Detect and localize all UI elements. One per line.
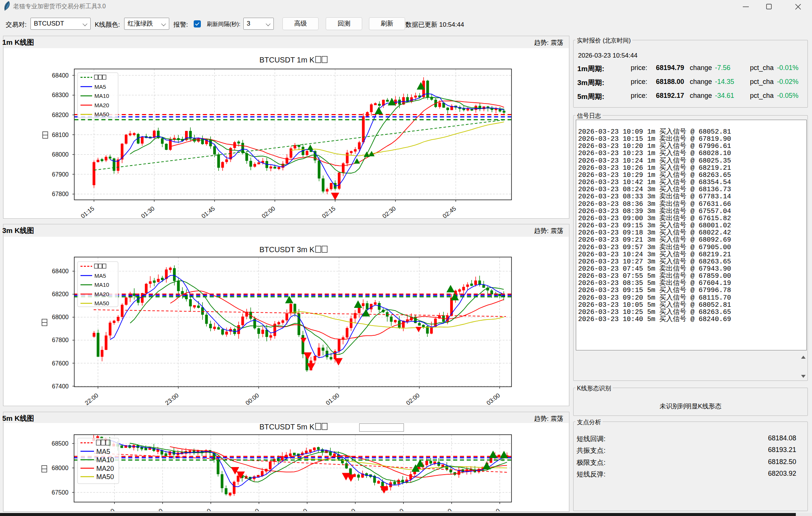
- svg-text:00:00: 00:00: [244, 392, 260, 406]
- svg-text:MA50: MA50: [96, 473, 114, 481]
- svg-text:02:45: 02:45: [442, 205, 457, 218]
- svg-text:BTCUSDT 1m K: BTCUSDT 1m K: [260, 56, 315, 64]
- svg-text:68200: 68200: [52, 112, 69, 118]
- svg-text:68400: 68400: [52, 72, 69, 79]
- svg-text:02:00: 02:00: [261, 205, 276, 218]
- svg-text:MA20: MA20: [96, 465, 114, 472]
- svg-text:MA10: MA10: [96, 456, 114, 464]
- svg-text:67800: 67800: [52, 191, 69, 197]
- svg-text:67600: 67600: [52, 360, 69, 367]
- svg-text:06:00: 06:00: [486, 507, 501, 511]
- svg-text:03:00: 03:00: [485, 392, 501, 406]
- svg-text:MA10: MA10: [94, 282, 109, 288]
- svg-text:68000: 68000: [52, 151, 69, 158]
- svg-text:23:00: 23:00: [148, 507, 164, 511]
- svg-text:01:45: 01:45: [200, 205, 216, 218]
- svg-text:67900: 67900: [52, 171, 69, 178]
- svg-text:68500: 68500: [52, 440, 68, 447]
- svg-text:MA20: MA20: [94, 102, 109, 108]
- svg-text:23:00: 23:00: [164, 392, 180, 406]
- svg-text:22:00: 22:00: [83, 392, 99, 406]
- svg-text:MA20: MA20: [94, 291, 109, 297]
- svg-text:68100: 68100: [52, 132, 69, 138]
- svg-text:67800: 67800: [52, 337, 69, 343]
- svg-text:04:00: 04:00: [389, 507, 405, 511]
- svg-text:01:15: 01:15: [80, 205, 96, 218]
- svg-text:BTCUSDT 3m K: BTCUSDT 3m K: [260, 245, 315, 254]
- svg-text:02:00: 02:00: [293, 507, 308, 511]
- svg-text:01:00: 01:00: [244, 507, 260, 511]
- svg-text:01:00: 01:00: [325, 392, 340, 406]
- svg-text:01:30: 01:30: [140, 205, 156, 218]
- svg-text:MA5: MA5: [94, 272, 106, 279]
- svg-text:02:00: 02:00: [405, 392, 421, 406]
- svg-text:02:15: 02:15: [321, 205, 337, 218]
- svg-text:05:00: 05:00: [437, 507, 453, 511]
- svg-text:02:30: 02:30: [381, 205, 397, 218]
- svg-text:MA10: MA10: [94, 93, 109, 99]
- svg-text:MA50: MA50: [94, 300, 109, 306]
- svg-text:MA5: MA5: [94, 84, 106, 90]
- svg-text:22:00: 22:00: [100, 507, 116, 511]
- svg-text:68200: 68200: [52, 291, 69, 297]
- svg-text:MA5: MA5: [96, 448, 110, 455]
- svg-text:68300: 68300: [52, 92, 69, 98]
- svg-text:BTCUSDT 5m K: BTCUSDT 5m K: [260, 423, 315, 431]
- svg-text:MA50: MA50: [94, 111, 109, 117]
- svg-text:67500: 67500: [52, 489, 68, 496]
- svg-text:68000: 68000: [52, 465, 68, 471]
- svg-text:00:00: 00:00: [196, 507, 212, 511]
- svg-text:68400: 68400: [52, 268, 69, 274]
- svg-text:67400: 67400: [52, 383, 69, 390]
- svg-text:03:00: 03:00: [341, 507, 357, 511]
- svg-text:68000: 68000: [52, 314, 69, 320]
